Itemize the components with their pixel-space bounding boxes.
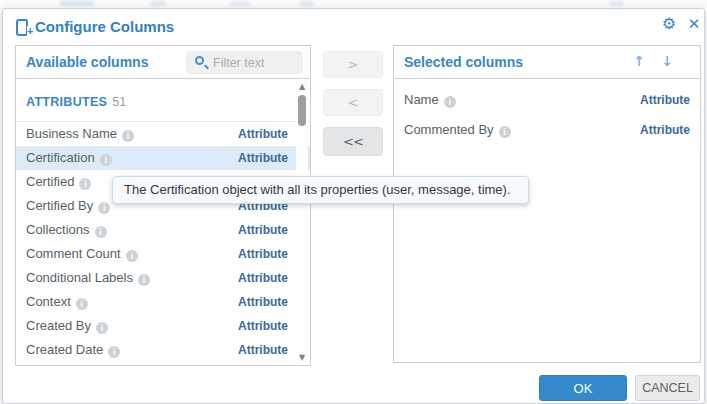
info-icon[interactable]	[126, 250, 138, 262]
configure-columns-dialog: Configure Columns ⚙ ✕ Available columns …	[2, 8, 705, 404]
add-column-icon	[16, 19, 28, 36]
filter-field	[186, 51, 303, 74]
column-label: Name	[404, 92, 439, 107]
screen: Configure Columns ⚙ ✕ Available columns …	[0, 0, 707, 404]
move-left-button[interactable]: <	[323, 89, 383, 116]
info-icon[interactable]	[444, 96, 456, 108]
selected-columns-title: Selected columns	[404, 54, 523, 70]
ok-button[interactable]: OK	[539, 375, 627, 401]
info-icon[interactable]	[499, 126, 511, 138]
dialog-title: Configure Columns	[35, 18, 174, 35]
available-column-row[interactable]: Certification Attribute	[16, 146, 310, 170]
column-label: Conditional Labels	[26, 270, 133, 285]
column-label: Collections	[26, 222, 90, 237]
available-column-row[interactable]: Context Attribute	[16, 290, 310, 314]
available-columns-title: Available columns	[26, 54, 148, 70]
available-column-row[interactable]: Collections Attribute	[16, 218, 310, 242]
scroll-down-icon[interactable]: ▼	[296, 353, 308, 362]
column-label: Certified	[26, 174, 74, 189]
move-down-icon[interactable]: ↓	[658, 53, 676, 73]
available-column-row[interactable]: Business Name Attribute	[16, 122, 310, 146]
move-right-button[interactable]: >	[323, 51, 383, 78]
filter-input[interactable]	[186, 51, 303, 74]
selected-rows: Name Attribute Commented By Attribute	[394, 85, 700, 145]
move-all-left-button[interactable]: <<	[323, 127, 383, 156]
column-label: Business Name	[26, 126, 117, 141]
info-icon[interactable]	[122, 130, 134, 142]
scrollbar[interactable]: ▲ ▼	[296, 82, 308, 362]
info-icon[interactable]	[76, 298, 88, 310]
available-column-row[interactable]: Conditional Labels Attribute	[16, 266, 310, 290]
info-icon[interactable]	[98, 202, 110, 214]
column-label: Comment Count	[26, 246, 121, 261]
column-type-label: Attribute	[238, 122, 288, 146]
column-label: Commented By	[404, 122, 494, 137]
available-columns-list: ATTRIBUTES51 Business Name Attribute Cer…	[15, 78, 311, 366]
column-type-label: Attribute	[238, 290, 288, 314]
column-label: Context	[26, 294, 71, 309]
selected-column-row[interactable]: Commented By Attribute	[394, 115, 700, 145]
move-up-icon[interactable]: ↑	[630, 53, 648, 73]
column-type-label: Attribute	[238, 218, 288, 242]
info-icon[interactable]	[100, 154, 112, 166]
close-icon[interactable]: ✕	[684, 14, 704, 34]
selected-columns-list: Name Attribute Commented By Attribute	[393, 78, 701, 363]
scrollbar-thumb[interactable]	[298, 95, 306, 126]
scroll-up-icon[interactable]: ▲	[296, 82, 308, 91]
available-column-row[interactable]: Comment Count Attribute	[16, 242, 310, 266]
column-type-label: Attribute	[238, 266, 288, 290]
cancel-button[interactable]: CANCEL	[635, 375, 700, 401]
column-type-label: Attribute	[640, 115, 690, 145]
selected-column-row[interactable]: Name Attribute	[394, 85, 700, 115]
column-type-label: Attribute	[238, 146, 288, 170]
available-column-row[interactable]: Created By Attribute	[16, 314, 310, 338]
info-icon[interactable]	[79, 178, 91, 190]
available-column-row[interactable]: Created Date Attribute	[16, 338, 310, 362]
available-rows: Business Name Attribute Certification At…	[16, 122, 310, 362]
selected-columns-header: Selected columns ↑ ↓	[393, 45, 701, 79]
info-icon[interactable]	[108, 346, 120, 358]
column-label: Certified By	[26, 198, 93, 213]
attributes-group-label: ATTRIBUTES	[26, 95, 107, 109]
column-label: Created By	[26, 318, 91, 333]
settings-gear-icon[interactable]: ⚙	[659, 14, 679, 34]
column-type-label: Attribute	[238, 338, 288, 362]
column-type-label: Attribute	[640, 85, 690, 115]
info-icon[interactable]	[95, 226, 107, 238]
column-type-label: Attribute	[238, 314, 288, 338]
attributes-group-count: 51	[112, 95, 126, 109]
tooltip: The Certification object with all its pr…	[112, 176, 529, 204]
column-type-label: Attribute	[238, 242, 288, 266]
available-columns-header: Available columns	[15, 45, 311, 79]
info-icon[interactable]	[138, 274, 150, 286]
column-label: Certification	[26, 150, 95, 165]
info-icon[interactable]	[96, 322, 108, 334]
attributes-group-header: ATTRIBUTES51	[16, 79, 310, 122]
column-label: Created Date	[26, 342, 103, 357]
